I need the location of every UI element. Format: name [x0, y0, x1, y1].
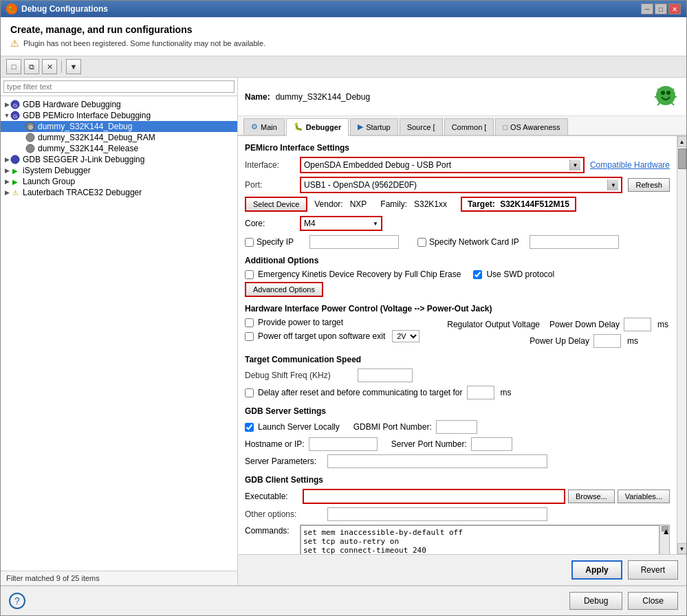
power-right: Regulator Output Voltage Power Down Dela…: [447, 318, 668, 348]
provide-power-row: Provide power to target: [245, 318, 419, 327]
use-swd-checkbox[interactable]: [473, 270, 482, 279]
compatible-hardware-link[interactable]: Compatible Hardware: [590, 160, 670, 170]
scroll-down-btn[interactable]: ▼: [677, 543, 687, 554]
refresh-button[interactable]: Refresh: [628, 178, 670, 192]
tab-source[interactable]: Source [: [400, 118, 443, 135]
sidebar-item-gdb-hardware[interactable]: ▶ G GDB Hardware Debugging: [1, 99, 237, 110]
select-device-button[interactable]: Select Device: [245, 197, 307, 212]
sidebar-item-isystem[interactable]: ▶ ▶ iSystem Debugger: [1, 165, 237, 176]
debug-shift-label: Debug Shift Freq (KHz): [245, 371, 355, 380]
tab-main[interactable]: ⚙ Main: [243, 118, 285, 135]
tab-common[interactable]: Common [: [444, 118, 494, 135]
power-up-input[interactable]: [593, 334, 621, 348]
sidebar-item-gdb-segger[interactable]: ▶ GDB SEGGER J-Link Debugging: [1, 154, 237, 165]
specify-network-check[interactable]: Specify Network Card IP: [417, 237, 519, 247]
core-combo-arrow[interactable]: ▼: [373, 221, 378, 227]
tab-debugger[interactable]: 🐛 Debugger: [286, 118, 349, 136]
expand-icon-pemicro: ▼: [3, 112, 10, 119]
provide-power-checkbox[interactable]: [245, 318, 254, 327]
tab-startup[interactable]: ▶ Startup: [350, 118, 397, 135]
delay-checkbox[interactable]: [245, 388, 254, 397]
debug-shift-input[interactable]: 5000: [358, 368, 413, 382]
variables-button[interactable]: Variables...: [618, 490, 670, 503]
launch-server-check: Launch Server Locally: [245, 422, 340, 432]
dummy-debug-label: dummy_S32K144_Debug: [38, 122, 132, 131]
header: Create, manage, and run configurations ⚠…: [1, 17, 686, 56]
isystem-label: iSystem Debugger: [23, 166, 91, 175]
delete-button[interactable]: ✕: [42, 59, 57, 74]
power-off-checkbox[interactable]: [245, 332, 254, 341]
panel-with-scroll: PEMicro Interface Settings Interface: Op…: [238, 136, 686, 554]
tab-os-awareness[interactable]: □ OS Awareness: [495, 118, 567, 135]
port-combo-text: USB1 - OpenSDA (9562DE0F): [304, 180, 607, 190]
filter-button[interactable]: ▼: [66, 59, 81, 74]
apply-button[interactable]: Apply: [571, 560, 622, 580]
interface-combo-arrow[interactable]: ▼: [569, 160, 580, 170]
regulator-label: Regulator Output Voltage: [447, 320, 540, 329]
hostname-group: Hostname or IP: localhost: [245, 437, 378, 451]
port-row: Port: USB1 - OpenSDA (9562DE0F) ▼ Refres…: [245, 177, 670, 193]
gdb-pemicro-icon: G: [10, 111, 20, 120]
delay-input[interactable]: 0: [467, 386, 494, 399]
name-label: Name:: [245, 92, 270, 102]
port-combo-arrow[interactable]: ▼: [607, 179, 618, 190]
footer-close-button[interactable]: Close: [628, 592, 678, 610]
emergency-checkbox[interactable]: [245, 270, 254, 279]
gdb-server-title: GDB Server Settings: [245, 406, 670, 416]
maximize-button[interactable]: □: [655, 3, 667, 14]
sidebar-item-dummy-debug[interactable]: ⚙ dummy_S32K144_Debug: [1, 121, 237, 132]
scroll-thumb[interactable]: [678, 148, 686, 169]
help-button[interactable]: ?: [9, 593, 25, 609]
specify-network-checkbox[interactable]: [417, 238, 426, 247]
scroll-up[interactable]: ▲: [662, 526, 668, 531]
power-off-label: Power off target upon software exit: [258, 331, 385, 341]
port-combo[interactable]: USB1 - OpenSDA (9562DE0F) ▼: [300, 177, 622, 193]
sidebar-item-lauterbach[interactable]: ▶ ⚠ Lauterbach TRACE32 Debugger: [1, 187, 237, 198]
duplicate-button[interactable]: ⧉: [24, 59, 39, 74]
sidebar-status: Filter matched 9 of 25 items: [1, 571, 237, 585]
other-options-input[interactable]: [327, 507, 547, 521]
title-bar: 🐛 Debug Configurations ─ □ ✕: [1, 1, 686, 17]
tabs: ⚙ Main 🐛 Debugger ▶ Startup Source [ Com…: [238, 116, 686, 136]
browse-button[interactable]: Browse...: [568, 490, 615, 503]
launch-server-checkbox[interactable]: [245, 423, 254, 432]
panel-inner: PEMicro Interface Settings Interface: Op…: [238, 136, 677, 554]
emergency-label: Emergency Kinetis Device Recovery by Ful…: [258, 270, 461, 279]
hostname-input[interactable]: localhost: [309, 437, 378, 451]
sidebar-item-launch-group[interactable]: ▶ ▶ Launch Group: [1, 176, 237, 187]
advanced-options-button[interactable]: Advanced Options: [245, 282, 323, 297]
sidebar-item-dummy-debug-ram[interactable]: dummy_S32K144_Debug_RAM: [1, 132, 237, 143]
specify-network-input[interactable]: [530, 235, 619, 249]
server-port-input[interactable]: 7224: [471, 437, 512, 451]
executable-input[interactable]: ${cross_prefix}gdb${cross_suffix}: [303, 489, 565, 504]
specify-ip-checkbox[interactable]: [245, 238, 254, 247]
power-off-row: Power off target upon software exit 2V 3…: [245, 330, 419, 342]
filter-input[interactable]: [3, 80, 235, 93]
os-awareness-tab-icon: □: [503, 123, 508, 131]
new-config-button[interactable]: □: [6, 59, 21, 74]
gdbmi-input[interactable]: 6224: [436, 420, 477, 434]
server-params-input[interactable]: [327, 454, 547, 468]
dummy-debug-ram-icon: [25, 133, 35, 142]
debug-button[interactable]: Debug: [569, 592, 622, 610]
svg-text:G: G: [13, 113, 17, 120]
app-icon: 🐛: [6, 3, 17, 14]
revert-button[interactable]: Revert: [628, 560, 678, 580]
sidebar-item-gdb-pemicro[interactable]: ▼ G GDB PEMicro Interface Debugging: [1, 110, 237, 121]
core-combo[interactable]: M4 ▼: [300, 216, 382, 231]
scroll-up-btn[interactable]: ▲: [677, 136, 687, 147]
minimize-button[interactable]: ─: [641, 3, 653, 14]
delay-ms-label: ms: [501, 388, 512, 397]
scroll-area: [678, 147, 686, 543]
power-down-input[interactable]: [624, 318, 651, 331]
specify-ip-check[interactable]: Specify IP: [245, 237, 294, 247]
close-window-button[interactable]: ✕: [668, 3, 681, 14]
interface-combo[interactable]: OpenSDA Embedded Debug - USB Port ▼: [300, 157, 585, 173]
commands-textarea[interactable]: set mem inaccessible-by-default off set …: [301, 525, 659, 554]
svg-point-11: [666, 91, 670, 95]
os-awareness-tab-label: OS Awareness: [510, 123, 560, 131]
panel-scrollbar[interactable]: ▲ ▼: [677, 136, 686, 554]
specify-ip-input[interactable]: [309, 235, 399, 249]
voltage-select[interactable]: 2V 3V 5V: [392, 330, 419, 342]
sidebar-item-dummy-release[interactable]: dummy_S32K144_Release: [1, 143, 237, 154]
